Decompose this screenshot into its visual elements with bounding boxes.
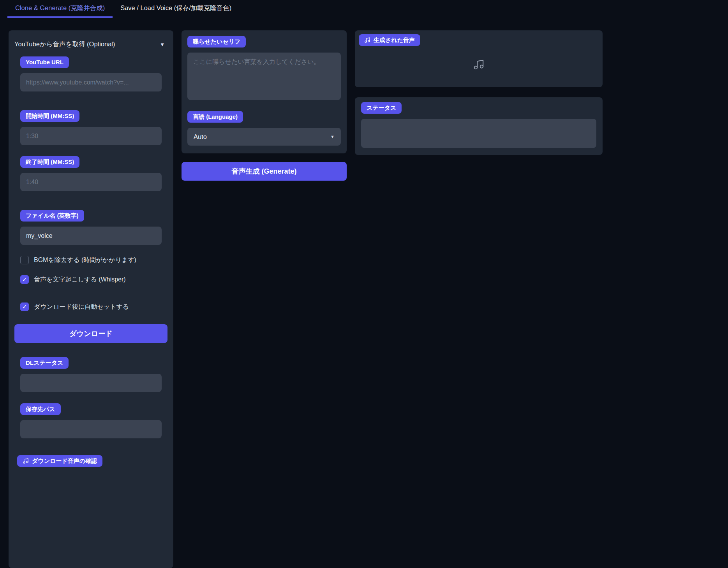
start-time-label: 開始時間 (MM:SS) bbox=[20, 110, 79, 122]
youtube-download-panel: YouTubeから音声を取得 (Optional) ▼ YouTube URL … bbox=[9, 30, 173, 568]
generate-column: 喋らせたいセリフ 言語 (Language) Auto ▼ 音声生成 (Gene… bbox=[182, 30, 347, 181]
music-note-icon bbox=[364, 37, 370, 43]
main-content: YouTubeから音声を取得 (Optional) ▼ YouTube URL … bbox=[0, 18, 728, 568]
downloaded-audio-label: ダウンロード音声の確認 bbox=[17, 455, 102, 467]
autoset-checkbox[interactable] bbox=[20, 302, 29, 311]
remove-bgm-label: BGMを除去する (時間がかかります) bbox=[34, 256, 136, 264]
status-card: ステータス bbox=[355, 97, 603, 155]
script-text-label: 喋らせたいセリフ bbox=[187, 36, 246, 47]
script-language-card: 喋らせたいセリフ 言語 (Language) Auto ▼ bbox=[182, 30, 347, 153]
transcribe-label: 音声を文字起こしする (Whisper) bbox=[34, 276, 126, 284]
status-label: ステータス bbox=[361, 102, 402, 114]
generated-audio-label: 生成された音声 bbox=[359, 34, 420, 46]
script-text-input[interactable] bbox=[187, 53, 341, 100]
end-time-block: 終了時間 (MM:SS) bbox=[20, 156, 162, 191]
chevron-down-icon: ▼ bbox=[330, 134, 335, 139]
transcribe-checkbox[interactable] bbox=[20, 275, 29, 284]
save-path-label: 保存先パス bbox=[20, 403, 61, 415]
youtube-url-block: YouTube URL bbox=[20, 56, 162, 91]
tab-clone-generate[interactable]: Clone & Generate (克隆并合成) bbox=[7, 0, 113, 18]
music-note-icon bbox=[23, 458, 29, 464]
filename-input[interactable] bbox=[20, 227, 162, 245]
end-time-input[interactable] bbox=[20, 173, 162, 191]
youtube-url-label: YouTube URL bbox=[20, 56, 69, 68]
dl-status-block: DLステータス bbox=[20, 357, 162, 392]
dl-status-textbox[interactable] bbox=[20, 374, 162, 392]
tab-bar: Clone & Generate (克隆并合成) Save / Load Voi… bbox=[0, 0, 728, 18]
save-path-block: 保存先パス bbox=[20, 403, 162, 438]
language-selected-value: Auto bbox=[194, 133, 207, 141]
end-time-label: 終了時間 (MM:SS) bbox=[20, 156, 79, 168]
checkbox-row-transcribe[interactable]: 音声を文字起こしする (Whisper) bbox=[20, 275, 162, 284]
language-dropdown[interactable]: Auto ▼ bbox=[187, 128, 341, 146]
output-column: 生成された音声 ステータス bbox=[355, 30, 603, 155]
generate-button[interactable]: 音声生成 (Generate) bbox=[182, 162, 347, 181]
start-time-block: 開始時間 (MM:SS) bbox=[20, 110, 162, 145]
youtube-url-input[interactable] bbox=[20, 73, 162, 91]
tab-save-load-voice[interactable]: Save / Load Voice (保存/加載克隆音色) bbox=[113, 0, 239, 18]
audio-player-placeholder bbox=[359, 46, 599, 83]
checkbox-row-autoset[interactable]: ダウンロード後に自動セットする bbox=[20, 302, 162, 311]
download-button[interactable]: ダウンロード bbox=[14, 324, 167, 343]
checkbox-row-remove-bgm[interactable]: BGMを除去する (時間がかかります) bbox=[20, 256, 162, 264]
autoset-label: ダウンロード後に自動セットする bbox=[34, 303, 129, 311]
filename-label: ファイル名 (英数字) bbox=[20, 210, 84, 222]
music-note-icon bbox=[473, 59, 485, 70]
accordion-collapse-icon[interactable]: ▼ bbox=[160, 42, 165, 47]
status-textbox[interactable] bbox=[361, 119, 596, 148]
start-time-input[interactable] bbox=[20, 127, 162, 145]
downloaded-audio-block: ダウンロード音声の確認 bbox=[17, 455, 167, 467]
accordion-title: YouTubeから音声を取得 (Optional) bbox=[14, 40, 115, 49]
remove-bgm-checkbox[interactable] bbox=[20, 256, 29, 264]
dl-status-label: DLステータス bbox=[20, 357, 69, 369]
youtube-accordion-header[interactable]: YouTubeから音声を取得 (Optional) ▼ bbox=[14, 36, 167, 56]
save-path-textbox[interactable] bbox=[20, 420, 162, 438]
generated-audio-card: 生成された音声 bbox=[355, 30, 603, 87]
filename-block: ファイル名 (英数字) bbox=[20, 210, 162, 245]
language-label: 言語 (Language) bbox=[187, 111, 243, 123]
